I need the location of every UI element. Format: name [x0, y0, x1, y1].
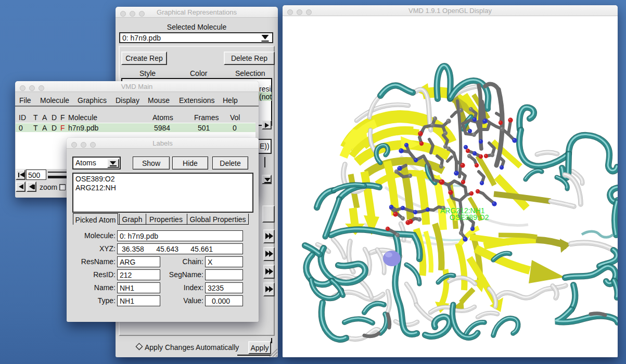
svg-text:OSE389:O2: OSE389:O2: [450, 213, 489, 222]
